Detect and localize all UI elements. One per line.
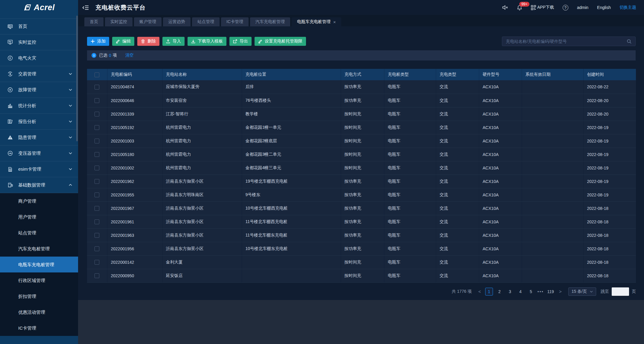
sidebar-subitem[interactable]: 站点管理: [0, 225, 78, 241]
sidebar-item[interactable]: 电气火灾: [0, 50, 78, 66]
table-cell: ACX10A: [479, 188, 522, 201]
row-checkbox[interactable]: [95, 273, 99, 278]
app-download-link[interactable]: APP下载: [531, 5, 554, 10]
help-icon[interactable]: ?: [563, 5, 568, 10]
tab[interactable]: IC卡管理: [221, 17, 249, 26]
row-checkbox[interactable]: [95, 233, 99, 238]
row-checkbox[interactable]: [95, 219, 99, 224]
page-number[interactable]: 3: [506, 288, 514, 295]
row-checkbox[interactable]: [95, 125, 99, 130]
table-cell: ACX10A: [479, 148, 522, 161]
chevron-down-icon: [69, 152, 72, 154]
main-column: 充电桩收费云平台 99+: [78, 0, 644, 344]
row-checkbox[interactable]: [95, 166, 99, 170]
page-number[interactable]: 5: [527, 288, 535, 295]
page-number[interactable]: 2: [496, 288, 503, 295]
table-cell: 按功率充: [341, 215, 384, 228]
tab[interactable]: 运营趋势: [163, 17, 191, 26]
table-cell: 按时间充: [341, 269, 384, 282]
table-row: 2022001961沂南县东方御景小区11号楼北车棚西充电桩按功率充电瓶车交流A…: [87, 215, 636, 228]
row-checkbox[interactable]: [95, 206, 99, 211]
row-checkbox[interactable]: [95, 85, 99, 90]
page-size-select[interactable]: 15 条/页: [568, 287, 596, 296]
row-checkbox[interactable]: [95, 193, 99, 197]
sidebar-subitem[interactable]: 汽车充电桩管理: [0, 241, 78, 257]
sidebar-item[interactable]: 基础数据管理: [0, 177, 78, 193]
selection-bar: i 已选 0 项 清空: [87, 50, 636, 60]
button-label: 导入: [173, 39, 181, 44]
username[interactable]: admin: [577, 5, 588, 10]
jump-page-input[interactable]: [612, 287, 629, 296]
row-checkbox[interactable]: [95, 152, 99, 157]
sidebar-item[interactable]: 报告分析: [0, 114, 78, 130]
table-cell: 电瓶车: [384, 269, 436, 282]
mute-speaker-icon[interactable]: [502, 5, 508, 10]
language-switch[interactable]: English: [597, 5, 611, 10]
data-table: 充电桩编码充电站名称充电桩位置充电方式充电桩类型充电类型硬件型号系统有效日期创建…: [87, 69, 636, 283]
tab-active[interactable]: 电瓶车充电桩管理×: [292, 17, 341, 26]
table-cell: 2022001002: [107, 161, 162, 175]
row-checkbox[interactable]: [95, 139, 99, 143]
page-number-last[interactable]: 119: [546, 288, 555, 295]
notification-bell-icon[interactable]: 99+: [517, 5, 522, 10]
row-checkbox[interactable]: [95, 179, 99, 184]
sidebar-subitem[interactable]: 用户管理: [0, 209, 78, 225]
table-cell: 交流: [436, 242, 479, 255]
table-cell: 沂南县东方御景小区: [162, 175, 242, 188]
toolbar-button[interactable]: 删除: [137, 37, 159, 46]
row-checkbox[interactable]: [95, 98, 99, 103]
page-number-current[interactable]: 1: [485, 288, 493, 295]
table-cell: ACX10A: [479, 215, 522, 228]
collapse-menu-icon[interactable]: [82, 5, 89, 10]
tab[interactable]: 首页: [84, 17, 103, 26]
row-checkbox[interactable]: [95, 246, 99, 251]
toolbar-button[interactable]: 导出: [229, 37, 252, 46]
toolbar-button[interactable]: 导入: [162, 37, 185, 46]
transformer-icon: [7, 150, 14, 156]
row-checkbox[interactable]: [95, 260, 99, 265]
sidebar-item[interactable]: 隐患管理: [0, 130, 78, 146]
sidebar-item[interactable]: 交易管理: [0, 66, 78, 82]
page-number[interactable]: 4: [517, 288, 524, 295]
sidebar-item[interactable]: 首页: [0, 19, 78, 34]
sidebar-subitem-active[interactable]: 电瓶车充电桩管理: [0, 257, 78, 272]
toolbar-button[interactable]: 设置充电桩托管期限: [255, 37, 306, 46]
tab[interactable]: 账户管理: [134, 17, 162, 26]
toolbar-button[interactable]: 下载导入模板: [188, 37, 226, 46]
clear-selection-link[interactable]: 清空: [125, 53, 134, 58]
sidebar-item[interactable]: 统计分析: [0, 98, 78, 114]
sidebar-subitem[interactable]: 行政区域管理: [0, 272, 78, 288]
search-icon[interactable]: [627, 39, 632, 44]
close-icon[interactable]: ×: [333, 19, 336, 25]
sidebar-subitem[interactable]: 优惠活动管理: [0, 304, 78, 320]
tab[interactable]: 实时监控: [105, 17, 133, 26]
tab[interactable]: 站点管理: [192, 17, 220, 26]
next-page-icon[interactable]: >: [558, 289, 563, 294]
sidebar-subitem[interactable]: 折扣管理: [0, 288, 78, 304]
toolbar-button[interactable]: 编辑: [112, 37, 134, 46]
sidebar-item[interactable]: esim卡管理: [0, 161, 78, 177]
search-input[interactable]: [506, 39, 627, 44]
theme-switch-link[interactable]: 切换主题: [619, 5, 636, 10]
add-button[interactable]: 添加: [87, 37, 109, 46]
table-cell: 2022001962: [107, 175, 162, 188]
sidebar: Acrel 首页实时监控电气火灾交易管理故障管理统计分析报告分析隐患管理变压器管…: [0, 0, 78, 344]
row-checkbox[interactable]: [95, 112, 99, 116]
more-pages-icon[interactable]: •••: [538, 289, 544, 294]
charging-pile-icon: [7, 182, 14, 188]
sidebar-item[interactable]: 实时监控: [0, 34, 78, 50]
tab[interactable]: 汽车充电桩管理: [250, 17, 290, 26]
content-panel: 添加编辑删除导入下载导入模板导出设置充电桩托管期限 i 已选 0 项 清空: [78, 26, 644, 300]
table-cell: 电瓶车: [384, 121, 436, 134]
sidebar-item[interactable]: 变压器管理: [0, 146, 78, 161]
prev-page-icon[interactable]: <: [477, 289, 482, 294]
sidebar-item[interactable]: 故障管理: [0, 82, 78, 98]
table-container: 充电桩编码充电站名称充电桩位置充电方式充电桩类型充电类型硬件型号系统有效日期创建…: [87, 69, 636, 283]
sidebar-subitem[interactable]: IC卡管理: [0, 320, 78, 336]
sidebar-scrollbar[interactable]: [76, 16, 78, 141]
sidebar-subitem[interactable]: 商户管理: [0, 193, 78, 209]
table-row: 2022000142金利大厦按时间充电瓶车交流ACX10A2022-08-18: [87, 255, 636, 269]
table-cell: 沂南县东方明珠南区: [162, 188, 242, 201]
select-all-checkbox[interactable]: [95, 72, 99, 77]
table-row: 2022001967沂南县东方御景小区10号楼北车棚西充电桩按功率充电瓶车交流A…: [87, 201, 636, 215]
